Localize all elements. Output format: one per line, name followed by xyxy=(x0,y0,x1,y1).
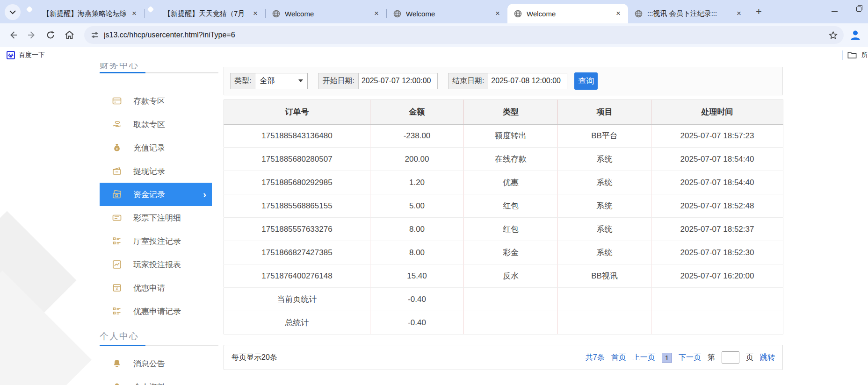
bookmark-baidu[interactable]: 百度一下 xyxy=(7,51,45,59)
close-icon[interactable]: × xyxy=(734,8,744,19)
query-button[interactable]: 查询 xyxy=(574,72,598,90)
sidebar-item-label: 提现记录 xyxy=(133,166,165,177)
close-icon[interactable]: × xyxy=(371,8,382,19)
svg-text:¥: ¥ xyxy=(115,286,118,291)
site-info-icon[interactable] xyxy=(91,31,99,39)
next-page-link[interactable]: 下一页 xyxy=(679,353,701,363)
table-row: 1751876400276148 15.40 反水 BB视讯 2025-07-0… xyxy=(224,264,783,288)
sidebar-section-title-finance: 财务中心 xyxy=(100,63,218,70)
start-date-input[interactable] xyxy=(359,73,438,89)
sidebar-item-label: 彩票下注明细 xyxy=(133,213,181,223)
cell-order-no: 1751885680280507 xyxy=(224,148,370,171)
funds-record-table: 订单号 金额 类型 项目 处理时间 1751885843136480 -238.… xyxy=(224,100,783,335)
pagination-bar: 每页显示20条 共7条 首页 上一页 1 下一页 第 页 跳转 xyxy=(224,345,783,370)
sidebar-section-title-personal: 个人中心 xyxy=(100,330,218,342)
page-viewport: 财务中心 存款专区 取款专区 ¥ 充值记录 提现 xyxy=(0,63,868,385)
sidebar-item-funds-record-active[interactable]: 资金记录 › xyxy=(100,183,212,206)
cell-time: 2025-07-07 18:57:23 xyxy=(651,124,783,148)
note-favicon-icon xyxy=(151,10,159,18)
new-tab-button[interactable]: + xyxy=(756,6,762,18)
type-select[interactable]: 全部 xyxy=(255,73,308,89)
sidebar-item-label: 优惠申请记录 xyxy=(133,306,181,317)
cell-project: BB视讯 xyxy=(558,264,651,288)
prev-page-link[interactable]: 上一页 xyxy=(633,353,655,363)
list-squares-icon xyxy=(112,236,122,246)
close-icon[interactable]: × xyxy=(613,8,623,19)
end-date-input[interactable] xyxy=(488,73,567,89)
bookmarks-bar: 百度一下 所 xyxy=(0,47,868,63)
cell-time: 2025-07-07 16:20:00 xyxy=(651,264,783,288)
sidebar-item-lottery-bets[interactable]: 彩票下注明细 xyxy=(100,206,218,229)
bell-icon xyxy=(112,358,122,369)
cell-project: 系统 xyxy=(558,241,651,264)
cell-time: 2025-07-07 18:52:48 xyxy=(651,194,783,218)
profile-avatar[interactable] xyxy=(848,28,862,42)
sidebar-item-promo-apply[interactable]: ¥ 优惠申请 xyxy=(100,276,218,299)
sidebar-item-withdraw[interactable]: 取款专区 xyxy=(100,113,218,136)
cell-project: BB平台 xyxy=(558,124,651,148)
table-row: 1751885680292985 1.20 优惠 系统 2025-07-07 1… xyxy=(224,171,783,194)
note-favicon-icon xyxy=(30,10,38,18)
restore-button[interactable] xyxy=(856,7,861,12)
all-bookmarks-label[interactable]: 所 xyxy=(861,51,868,59)
tab-title: Welcome xyxy=(527,10,610,18)
sidebar-item-messages[interactable]: 消息公告 xyxy=(100,352,218,375)
cell-project: 系统 xyxy=(558,171,651,194)
close-icon[interactable]: × xyxy=(250,8,260,19)
restore-icon xyxy=(856,7,861,12)
filter-bar: 类型: 全部 开始日期: 结束日期: 查询 xyxy=(224,67,783,95)
sidebar-item-promo-apply-record[interactable]: 优惠申请记录 xyxy=(100,299,218,323)
cell-time: 2025-07-07 18:52:37 xyxy=(651,218,783,241)
sidebar-item-profile[interactable]: 个人资料 xyxy=(100,375,218,385)
reload-button[interactable] xyxy=(45,29,56,41)
tab-4[interactable]: Welcome × xyxy=(387,4,507,23)
close-icon[interactable]: × xyxy=(129,8,139,19)
cell-time: 2025-07-07 18:54:40 xyxy=(651,171,783,194)
cell-order-no: 1751866827427385 xyxy=(224,241,370,264)
svg-text:¥: ¥ xyxy=(116,147,118,151)
sidebar-item-label: 消息公告 xyxy=(133,358,165,369)
tab-title: 【新提醒】海燕策略论坛综 xyxy=(43,9,126,18)
minimize-button[interactable] xyxy=(832,7,838,12)
close-icon[interactable]: × xyxy=(492,8,503,19)
cell-time: 2025-07-07 18:52:30 xyxy=(651,241,783,264)
summary-label: 总统计 xyxy=(224,311,370,335)
first-page-link[interactable]: 首页 xyxy=(611,353,626,363)
end-date-label: 结束日期: xyxy=(448,73,488,89)
cell-amount: 15.40 xyxy=(370,264,464,288)
summary-row-total: 总统计 -0.40 xyxy=(224,311,783,335)
cell-type: 在线存款 xyxy=(464,148,558,171)
sidebar-item-withdrawal-record[interactable]: 提现记录 xyxy=(100,159,218,183)
back-button[interactable] xyxy=(7,29,19,41)
page-number-input[interactable] xyxy=(722,351,739,364)
cell-amount: 200.00 xyxy=(370,148,464,171)
sidebar-item-deposit[interactable]: 存款专区 xyxy=(100,89,218,113)
tab-5-active[interactable]: Welcome × xyxy=(507,4,628,23)
forward-button[interactable] xyxy=(26,29,37,41)
cell-type: 红包 xyxy=(464,218,558,241)
url-text[interactable]: js13.cc/hhcp/usercenter.html?iniType=6 xyxy=(104,31,828,39)
sidebar-item-label: 厅室投注记录 xyxy=(133,236,181,247)
home-button[interactable] xyxy=(64,29,75,41)
tab-1[interactable]: 【新提醒】海燕策略论坛综 × xyxy=(23,4,144,23)
cell-amount: 8.00 xyxy=(370,218,464,241)
all-bookmarks-folder-icon[interactable] xyxy=(847,51,857,59)
address-bar[interactable]: js13.cc/hhcp/usercenter.html?iniType=6 xyxy=(84,26,844,44)
sidebar-item-player-report[interactable]: 玩家投注报表 xyxy=(100,253,218,276)
start-date-label: 开始日期: xyxy=(318,73,358,89)
cell-project: 系统 xyxy=(558,148,651,171)
tab-2[interactable]: 【新提醒】天天竞猜（7月 × xyxy=(145,4,265,23)
column-header: 订单号 xyxy=(224,100,370,124)
table-row: 1751885680280507 200.00 在线存款 系统 2025-07-… xyxy=(224,148,783,171)
jump-link[interactable]: 跳转 xyxy=(760,353,775,363)
current-page-badge: 1 xyxy=(662,353,672,363)
tab-6[interactable]: :::视讯 会员下注纪录::: × xyxy=(628,4,749,23)
sidebar-item-recharge-record[interactable]: ¥ 充值记录 xyxy=(100,136,218,159)
tab-3[interactable]: Welcome × xyxy=(266,4,386,23)
home-icon xyxy=(65,30,74,40)
tab-search-button[interactable] xyxy=(5,4,21,20)
globe-favicon-icon xyxy=(393,10,401,18)
bookmark-star-icon[interactable] xyxy=(828,30,838,40)
sidebar-item-hall-bets[interactable]: 厅室投注记录 xyxy=(100,229,218,253)
tab-title: 【新提醒】天天竞猜（7月 xyxy=(164,9,247,18)
